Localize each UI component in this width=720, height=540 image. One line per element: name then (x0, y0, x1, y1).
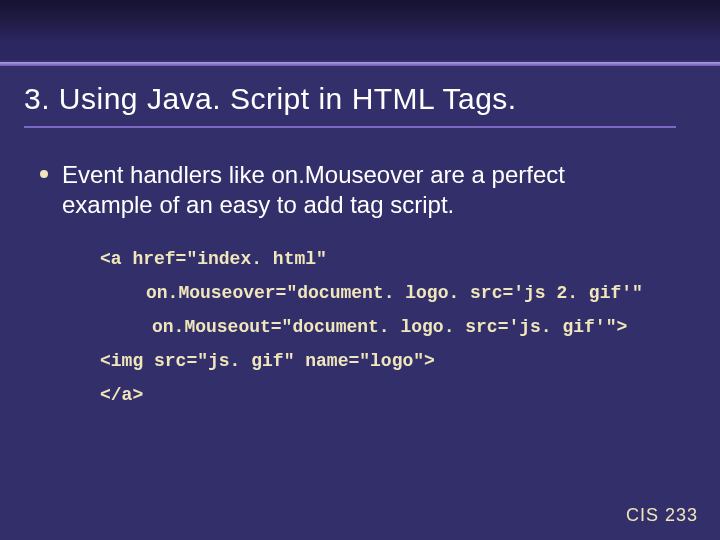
bullet-text: Event handlers like on.Mouseover are a p… (62, 160, 662, 220)
code-line-3: on.Mouseout="document. logo. src='js. gi… (100, 318, 720, 336)
title-area: 3. Using Java. Script in HTML Tags. (0, 60, 720, 134)
title-background-band (0, 0, 720, 60)
code-line-5: </a> (100, 386, 720, 404)
bullet-dot-icon (40, 170, 48, 178)
code-example: <a href="index. html" on.Mouseover="docu… (100, 250, 720, 404)
code-line-2: on.Mouseover="document. logo. src='js 2.… (100, 284, 720, 302)
code-line-4: <img src="js. gif" name="logo"> (100, 352, 720, 370)
footer-course-id: CIS 233 (626, 505, 698, 526)
bullet-item: Event handlers like on.Mouseover are a p… (0, 134, 720, 220)
title-underline (24, 126, 676, 128)
code-line-1: <a href="index. html" (100, 250, 720, 268)
slide-title: 3. Using Java. Script in HTML Tags. (24, 82, 696, 116)
title-divider-stripe (0, 62, 720, 66)
